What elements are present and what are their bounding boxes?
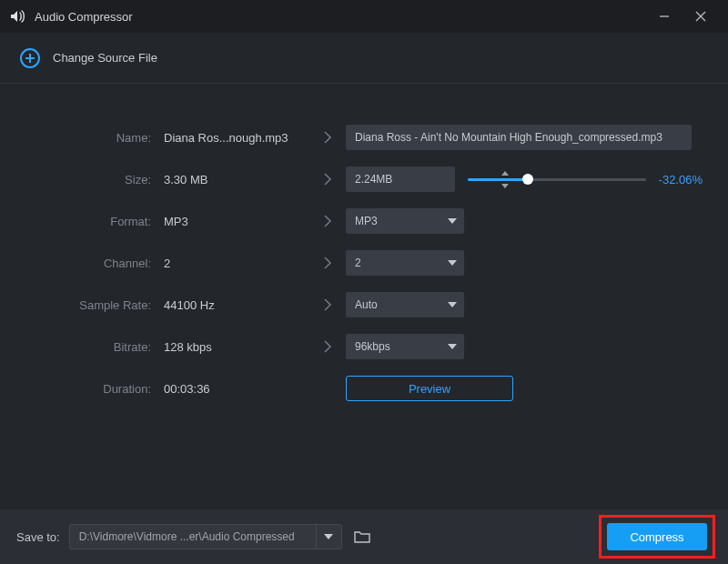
row-sample-rate: Sample Rate: 44100 Hz Auto: [22, 284, 706, 326]
main-form: Name: Diana Ros...nough.mp3 Size: 3.30 M…: [0, 84, 728, 409]
bitrate-select-value: 96kbps: [355, 340, 390, 353]
arrow-icon: [309, 298, 346, 311]
original-size: 3.30 MB: [164, 173, 309, 186]
format-select[interactable]: MP3: [346, 208, 464, 234]
format-select-value: MP3: [355, 215, 378, 227]
size-slider[interactable]: [468, 166, 646, 192]
sample-rate-select[interactable]: Auto: [346, 292, 464, 317]
compress-highlight: Compress: [599, 515, 715, 559]
app-audio-icon: [9, 7, 27, 25]
arrow-icon: [309, 173, 346, 186]
row-bitrate: Bitrate: 128 kbps 96kbps: [22, 326, 706, 368]
arrow-icon: [309, 131, 346, 144]
row-format: Format: MP3 MP3: [22, 200, 706, 242]
row-channel: Channel: 2 2: [22, 242, 706, 284]
original-sample-rate: 44100 Hz: [164, 298, 309, 312]
save-path-box: [69, 524, 342, 549]
original-duration: 00:03:36: [164, 382, 309, 396]
close-button[interactable]: [682, 0, 719, 33]
chevron-down-icon: [448, 302, 457, 307]
row-name: Name: Diana Ros...nough.mp3: [22, 116, 706, 158]
arrow-icon: [309, 215, 346, 227]
source-bar: Change Source File: [0, 33, 728, 84]
label-format: Format:: [22, 215, 164, 228]
bitrate-select[interactable]: 96kbps: [346, 334, 464, 359]
arrow-icon: [309, 340, 346, 353]
label-duration: Duration:: [22, 382, 164, 396]
size-percent: -32.06%: [659, 173, 706, 186]
row-duration: Duration: 00:03:36 Preview: [22, 368, 706, 409]
bottombar: Save to: Compress: [0, 509, 728, 564]
chevron-down-icon: [448, 218, 457, 224]
row-size: Size: 3.30 MB: [22, 158, 706, 200]
open-folder-button[interactable]: [349, 524, 375, 549]
change-source-link[interactable]: Change Source File: [53, 51, 157, 65]
channel-select-value: 2: [355, 257, 361, 269]
arrow-icon: [309, 257, 346, 269]
label-size: Size:: [22, 173, 164, 186]
label-name: Name:: [22, 131, 164, 145]
label-sample-rate: Sample Rate:: [22, 298, 164, 312]
size-slider-thumb[interactable]: [522, 174, 533, 185]
original-channel: 2: [164, 257, 309, 270]
label-channel: Channel:: [22, 257, 164, 270]
chevron-down-icon: [448, 344, 457, 349]
window-title: Audio Compressor: [35, 10, 133, 24]
label-bitrate: Bitrate:: [22, 340, 164, 354]
add-source-icon[interactable]: [20, 48, 40, 68]
minimize-button[interactable]: [646, 0, 682, 33]
audio-compressor-window: Audio Compressor Change Source File Name…: [0, 0, 728, 564]
sample-rate-select-value: Auto: [355, 298, 378, 311]
save-path-input[interactable]: [70, 530, 316, 543]
original-format: MP3: [164, 215, 309, 228]
titlebar: Audio Compressor: [0, 0, 728, 33]
original-bitrate: 128 kbps: [164, 340, 309, 354]
save-to-label: Save to:: [16, 530, 60, 544]
target-name-input[interactable]: [346, 125, 692, 150]
save-path-dropdown[interactable]: [316, 525, 341, 549]
original-name: Diana Ros...nough.mp3: [164, 131, 309, 145]
compress-button[interactable]: Compress: [607, 523, 707, 550]
channel-select[interactable]: 2: [346, 250, 464, 276]
preview-button[interactable]: Preview: [346, 376, 513, 401]
chevron-down-icon: [448, 260, 457, 266]
size-stepper[interactable]: [346, 166, 455, 192]
